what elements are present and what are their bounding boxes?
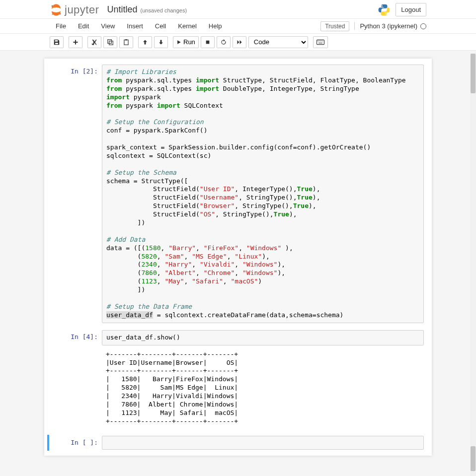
svg-rect-10 (317, 40, 324, 44)
save-status: (unsaved changes) (141, 7, 187, 13)
trusted-button[interactable]: Trusted (320, 21, 349, 31)
stop-icon (205, 40, 210, 45)
restart-run-all-button[interactable] (233, 36, 246, 48)
cell-type-select[interactable]: Code (248, 36, 308, 48)
menu-help[interactable]: Help (203, 19, 228, 33)
menubar: File Edit View Insert Cell Kernel Help T… (0, 19, 476, 34)
notebook: In [2]:# Import Libraries from pyspark.s… (44, 59, 432, 456)
paste-icon (123, 39, 130, 46)
code-content[interactable]: # Import Libraries from pyspark.sql.type… (106, 68, 419, 320)
notebook-scroll-area[interactable]: In [2]:# Import Libraries from pyspark.s… (0, 51, 476, 476)
svg-point-4 (386, 13, 387, 14)
svg-rect-11 (317, 41, 318, 41)
cell-prompt: In [ ]: (49, 436, 102, 450)
jupyter-logo-text: jupyter (65, 3, 99, 16)
output-prompt (47, 347, 102, 429)
title-wrap: Untitled (unsaved changes) (107, 4, 187, 15)
cut-button[interactable] (87, 36, 101, 48)
restart-button[interactable] (217, 36, 231, 48)
python-icon (378, 3, 391, 16)
jupyter-icon (50, 3, 63, 16)
svg-rect-14 (321, 41, 321, 41)
menu-cell[interactable]: Cell (149, 19, 172, 33)
scrollbar-thumb-bottom[interactable] (471, 446, 476, 471)
svg-rect-9 (206, 40, 210, 44)
restart-icon (220, 39, 227, 46)
paste-button[interactable] (119, 36, 133, 48)
keyboard-icon (317, 39, 324, 45)
svg-point-3 (382, 5, 383, 6)
svg-rect-13 (320, 41, 320, 41)
kernel-status-icon (420, 23, 426, 29)
add-cell-button[interactable] (69, 36, 82, 48)
cell-input-area[interactable]: # Import Libraries from pyspark.sql.type… (102, 65, 424, 323)
play-icon (176, 40, 181, 45)
code-cell[interactable]: In [2]:# Import Libraries from pyspark.s… (47, 64, 429, 324)
output-cell: +-------+--------+-------+-------+ |User… (47, 346, 429, 430)
logout-button[interactable]: Logout (396, 3, 426, 16)
scrollbar[interactable] (470, 54, 476, 476)
svg-rect-16 (318, 43, 322, 43)
toolbar: Run Code (0, 34, 476, 51)
command-palette-button[interactable] (313, 36, 328, 48)
arrow-down-icon (158, 39, 164, 45)
run-button[interactable]: Run (173, 36, 199, 48)
copy-icon (107, 39, 114, 46)
save-button[interactable] (50, 36, 64, 48)
cell-input-area[interactable] (102, 436, 424, 450)
scrollbar-thumb-top[interactable] (471, 54, 476, 93)
cell-prompt: In [2]: (47, 65, 102, 323)
move-up-button[interactable] (138, 36, 152, 48)
plus-icon (73, 39, 79, 45)
scissors-icon (91, 39, 98, 46)
svg-rect-12 (318, 41, 319, 41)
fast-forward-icon (236, 39, 243, 45)
svg-rect-15 (322, 41, 322, 41)
menu-file[interactable]: File (50, 19, 72, 33)
code-content[interactable]: user_data_df.show() (106, 334, 419, 342)
svg-rect-5 (108, 39, 112, 43)
kernel-indicator[interactable]: Python 3 (ipykernel) (354, 22, 426, 30)
cell-output-text: +-------+--------+-------+-------+ |User… (102, 347, 424, 429)
kernel-name-text: Python 3 (ipykernel) (360, 22, 417, 30)
header: jupyter Untitled (unsaved changes) Logou… (0, 0, 476, 19)
svg-rect-6 (109, 41, 113, 45)
interrupt-button[interactable] (201, 36, 215, 48)
cell-input-area[interactable]: user_data_df.show() (102, 330, 424, 345)
menu-view[interactable]: View (95, 19, 121, 33)
menu-insert[interactable]: Insert (121, 19, 149, 33)
move-down-button[interactable] (154, 36, 168, 48)
code-cell[interactable]: In [4]:user_data_df.show() (47, 329, 429, 346)
save-icon (53, 39, 60, 46)
svg-rect-8 (125, 39, 127, 40)
arrow-up-icon (142, 39, 148, 45)
code-cell[interactable]: In [ ]: (47, 435, 429, 451)
notebook-title[interactable]: Untitled (107, 4, 138, 15)
copy-button[interactable] (103, 36, 117, 48)
svg-rect-7 (124, 40, 128, 45)
menu-kernel[interactable]: Kernel (172, 19, 203, 33)
jupyter-logo[interactable]: jupyter (50, 3, 99, 16)
run-label: Run (183, 38, 195, 46)
menu-edit[interactable]: Edit (72, 19, 95, 33)
cell-prompt: In [4]: (47, 330, 102, 345)
